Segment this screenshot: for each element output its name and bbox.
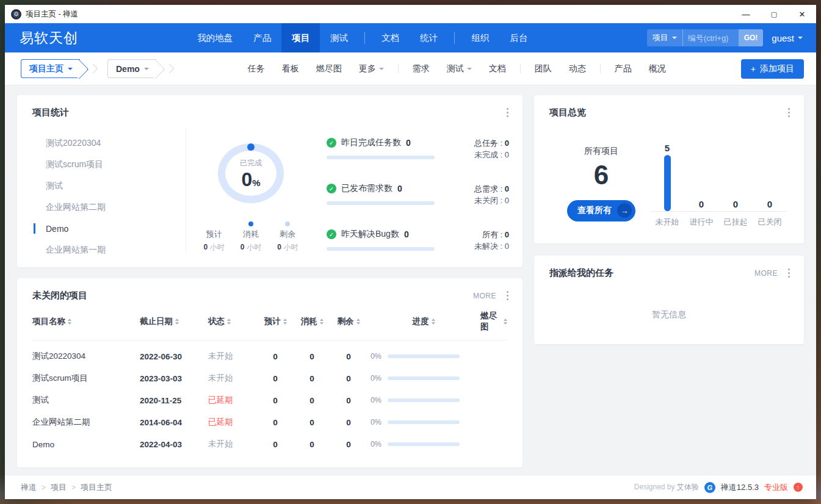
user-menu[interactable]: guest (772, 33, 805, 43)
chevron-right-icon (89, 64, 98, 74)
menu-story[interactable]: 需求 (404, 63, 438, 74)
donut-legend: 预计 0 小时 消耗 0 小时 剩余 0 小时 (204, 221, 298, 253)
breadcrumb: 项目主页 Demo (21, 59, 173, 78)
kebab-menu-icon[interactable] (786, 267, 792, 279)
panel-title: 指派给我的任务 (549, 267, 613, 279)
bar-category-label: 已关闭 (753, 217, 787, 228)
status-cell: 未开始 (208, 351, 257, 362)
more-link[interactable]: MORE (473, 292, 496, 300)
completion-donut-chart: 已完成 0% (218, 143, 284, 203)
footer-crumb-project[interactable]: 项目 (51, 482, 67, 493)
upgrade-icon[interactable]: ↑ (794, 483, 803, 492)
footer-crumb-zentao[interactable]: 禅道 (21, 482, 37, 493)
brand-logo[interactable]: 易软天创 (20, 29, 78, 48)
project-name-link[interactable]: 测试 (32, 395, 140, 406)
kebab-menu-icon[interactable] (505, 106, 510, 119)
column-header-name[interactable]: 项目名称 (32, 316, 140, 327)
menu-team[interactable]: 团队 (526, 63, 560, 74)
menu-more[interactable]: 更多 (350, 63, 392, 74)
user-name: guest (772, 33, 794, 43)
metric-progress-track (327, 156, 435, 159)
nav-item-doc[interactable]: 文档 (371, 23, 410, 52)
menu-product[interactable]: 产品 (606, 63, 640, 74)
column-header-estimate[interactable]: 预计 (257, 316, 294, 327)
add-project-label: 添加项目 (760, 63, 794, 74)
check-icon: ✓ (327, 138, 336, 148)
project-list-item-active[interactable]: Demo (32, 218, 186, 239)
column-header-status[interactable]: 状态 (208, 316, 257, 327)
search-input[interactable] (682, 29, 739, 46)
nav-item-test[interactable]: 测试 (320, 23, 358, 52)
edition-link[interactable]: 专业版 (764, 482, 788, 493)
project-name-link[interactable]: Demo (32, 440, 140, 449)
version-text: 禅道12.5.3 (721, 482, 759, 493)
column-header-deadline[interactable]: 截止日期 (140, 316, 208, 327)
nav-item-project[interactable]: 项目 (281, 23, 320, 52)
add-project-button[interactable]: + 添加项目 (741, 59, 804, 79)
consumed-cell: 0 (294, 374, 330, 383)
minimize-button[interactable]: — (732, 5, 760, 23)
table-row: 测试 2020-11-25 已延期 0 0 0 0% (32, 389, 507, 411)
menu-dynamic[interactable]: 动态 (560, 63, 595, 74)
menu-divider (600, 64, 601, 73)
search-category-label: 项目 (653, 32, 668, 43)
metric-value: 0 (404, 229, 409, 239)
sort-icon (504, 319, 507, 325)
nav-item-admin[interactable]: 后台 (499, 23, 538, 52)
view-all-button[interactable]: 查看所有 → (567, 200, 635, 221)
crumb-project-home[interactable]: 项目主页 (21, 59, 80, 78)
project-name-link[interactable]: 测试20220304 (32, 351, 140, 362)
search-go-button[interactable]: GO! (739, 29, 764, 46)
menu-test[interactable]: 测试 (438, 63, 480, 74)
menu-kanban[interactable]: 看板 (273, 63, 308, 74)
menu-divider (398, 64, 399, 73)
menu-burndown[interactable]: 燃尽图 (308, 63, 350, 74)
column-header-consumed[interactable]: 消耗 (294, 316, 330, 327)
maximize-button[interactable]: ▢ (760, 5, 788, 23)
project-list-item[interactable]: 企业网站第一期 (32, 239, 186, 261)
search-category-dropdown[interactable]: 项目 (647, 29, 682, 46)
chevron-down-icon (672, 37, 677, 39)
deadline-cell: 2022-04-03 (140, 440, 208, 449)
more-link[interactable]: MORE (754, 269, 778, 278)
metric-value: 0 (406, 138, 411, 148)
nav-item-product[interactable]: 产品 (243, 23, 281, 52)
column-header-burndown[interactable]: 燃尽图 (480, 311, 507, 333)
project-name-link[interactable]: 企业网站第二期 (32, 417, 140, 428)
project-list-item[interactable]: 企业网站第二期 (32, 196, 186, 218)
menu-overview[interactable]: 概况 (640, 63, 675, 74)
menu-doc[interactable]: 文档 (480, 63, 515, 74)
progress-track (388, 376, 460, 380)
nav-item-stats[interactable]: 统计 (410, 23, 448, 52)
nav-item-org[interactable]: 组织 (461, 23, 499, 52)
open-projects-panel: 未关闭的项目 MORE 项目名称 截止日期 状态 预计 消耗 剩余 进度 (17, 278, 523, 467)
designed-by-text: Designed by 艾体验 (634, 482, 699, 492)
bar (664, 155, 671, 211)
project-list-item[interactable]: 测试scrum项目 (32, 154, 186, 175)
deadline-cell: 2023-03-03 (140, 374, 208, 383)
project-name-link[interactable]: 测试scrum项目 (32, 373, 140, 384)
sort-icon (227, 319, 231, 325)
nav-divider (454, 32, 455, 44)
status-cell: 已延期 (208, 395, 257, 406)
project-list: 测试20220304 测试scrum项目 测试 企业网站第二期 Demo 企业网… (32, 128, 186, 253)
crumb-current-project[interactable]: Demo (107, 59, 156, 78)
nav-menu: 我的地盘 产品 项目 测试 文档 统计 组织 后台 (187, 23, 538, 52)
legend-dot (248, 221, 253, 226)
project-list-item[interactable]: 测试 (32, 175, 186, 196)
column-header-left[interactable]: 剩余 (330, 316, 367, 327)
menu-task[interactable]: 任务 (239, 63, 273, 74)
project-list-item[interactable]: 测试20220304 (32, 132, 186, 154)
column-header-progress[interactable]: 进度 (367, 316, 480, 327)
zentao-logo-icon: G (704, 482, 715, 493)
left-cell: 0 (330, 440, 367, 449)
nav-item-my[interactable]: 我的地盘 (187, 23, 243, 52)
kebab-menu-icon[interactable] (505, 289, 510, 302)
consumed-cell: 0 (294, 440, 330, 449)
kebab-menu-icon[interactable] (786, 106, 792, 119)
bar-category-label: 已挂起 (718, 217, 753, 228)
check-icon: ✓ (327, 184, 336, 193)
close-button[interactable]: ✕ (788, 5, 816, 23)
crumb-project-label: Demo (116, 64, 140, 74)
footer-crumb-current: 项目主页 (81, 482, 112, 493)
